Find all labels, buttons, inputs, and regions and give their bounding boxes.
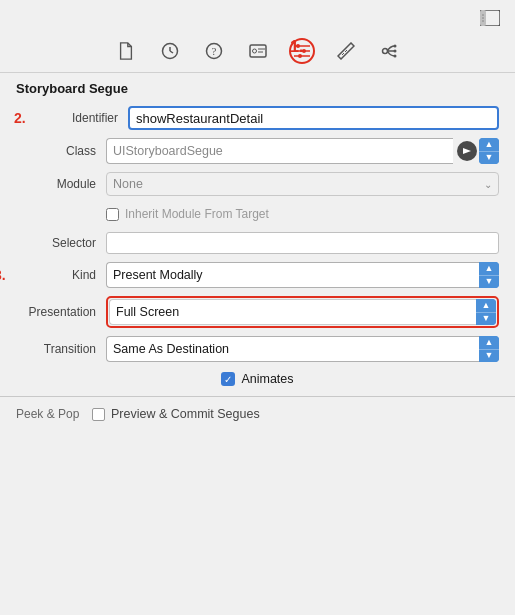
selector-input[interactable] (106, 232, 499, 254)
top-bar (0, 0, 515, 32)
class-select[interactable]: UIStoryboardSegue ▲ ▼ (106, 138, 499, 164)
class-row: Class UIStoryboardSegue ▲ ▼ (16, 134, 499, 168)
transition-label: Transition (16, 342, 106, 356)
file-inspector-tab[interactable] (113, 38, 139, 64)
presentation-select[interactable]: Full Screen ▲ ▼ (109, 299, 496, 325)
identity-inspector-tab[interactable] (245, 38, 271, 64)
presentation-stepper-down[interactable]: ▼ (476, 313, 496, 326)
svg-line-7 (170, 51, 173, 53)
section-title: Storyboard Segue (0, 73, 515, 102)
animates-row: ✓ Animates (16, 366, 499, 392)
class-value: UIStoryboardSegue ▲ ▼ (106, 138, 499, 164)
presentation-stepper-up[interactable]: ▲ (476, 299, 496, 313)
kind-select-text: Present Modally (106, 262, 479, 288)
module-arrow-icon: ⌄ (484, 179, 492, 190)
identifier-input[interactable] (128, 106, 499, 130)
transition-stepper[interactable]: ▲ ▼ (479, 336, 499, 362)
presentation-value: Full Screen ▲ ▼ (106, 296, 499, 328)
presentation-select-text: Full Screen (109, 299, 476, 325)
module-select[interactable]: None ⌄ (106, 172, 499, 196)
class-stepper-up[interactable]: ▲ (479, 138, 499, 152)
divider (0, 396, 515, 397)
selector-row: Selector (16, 228, 499, 258)
class-label: Class (16, 144, 106, 158)
class-select-text: UIStoryboardSegue (106, 138, 453, 164)
presentation-stepper[interactable]: ▲ ▼ (476, 299, 496, 325)
class-stepper-down[interactable]: ▼ (479, 152, 499, 165)
kind-stepper[interactable]: ▲ ▼ (479, 262, 499, 288)
transition-stepper-up[interactable]: ▲ (479, 336, 499, 350)
svg-marker-27 (463, 148, 471, 154)
svg-point-25 (393, 50, 396, 53)
module-row: Module None ⌄ (16, 168, 499, 200)
transition-select-text: Same As Destination (106, 336, 479, 362)
help-tab[interactable]: ? (201, 38, 227, 64)
svg-line-21 (342, 53, 344, 55)
sidebar-toggle[interactable] (477, 8, 503, 28)
svg-text:?: ? (211, 45, 216, 57)
class-stepper[interactable]: ▲ ▼ (479, 138, 499, 164)
class-navigate-btn[interactable] (457, 141, 477, 161)
annotation-1: 1. (290, 38, 303, 56)
transition-row: Transition Same As Destination ▲ ▼ (16, 332, 499, 366)
identifier-label: Identifier (38, 111, 128, 125)
identifier-row: 2. Identifier (16, 102, 499, 134)
kind-stepper-up[interactable]: ▲ (479, 262, 499, 276)
module-label: Module (16, 177, 106, 191)
svg-point-11 (252, 49, 256, 53)
module-value: None ⌄ (106, 172, 499, 196)
peek-pop-row: Peek & Pop Preview & Commit Segues (0, 401, 515, 427)
animates-label-wrapper: ✓ Animates (221, 372, 293, 386)
selector-label: Selector (16, 236, 106, 250)
annotation-2: 2. (14, 110, 26, 126)
svg-point-23 (382, 49, 387, 54)
peek-pop-checkbox[interactable] (92, 408, 105, 421)
transition-stepper-down[interactable]: ▼ (479, 350, 499, 363)
kind-row: 3. Kind Present Modally ▲ ▼ (16, 258, 499, 292)
annotation-3: 3. (0, 267, 6, 283)
inherit-module-checkbox[interactable] (106, 208, 119, 221)
animates-checkbox[interactable]: ✓ (221, 372, 235, 386)
history-tab[interactable] (157, 38, 183, 64)
connections-inspector-tab[interactable] (377, 38, 403, 64)
identifier-value (128, 106, 499, 130)
inspector-toolbar: ? (0, 32, 515, 73)
kind-select[interactable]: Present Modally ▲ ▼ (106, 262, 499, 288)
presentation-label: Presentation (16, 305, 106, 319)
inherit-module-checkbox-wrapper: Inherit Module From Target (106, 207, 499, 221)
form-area: 2. Identifier Class UIStoryboardSegue ▲ … (0, 102, 515, 392)
kind-label: Kind (16, 268, 106, 282)
transition-select[interactable]: Same As Destination ▲ ▼ (106, 336, 499, 362)
presentation-row: Presentation Full Screen ▲ ▼ (16, 292, 499, 332)
size-inspector-tab[interactable] (333, 38, 359, 64)
svg-point-26 (393, 55, 396, 58)
svg-line-22 (345, 50, 347, 52)
transition-value: Same As Destination ▲ ▼ (106, 336, 499, 362)
presentation-highlight: Full Screen ▲ ▼ (106, 296, 499, 328)
selector-value (106, 232, 499, 254)
kind-value: Present Modally ▲ ▼ (106, 262, 499, 288)
kind-stepper-down[interactable]: ▼ (479, 276, 499, 289)
svg-point-24 (393, 45, 396, 48)
inherit-module-row: Inherit Module From Target (16, 200, 499, 228)
